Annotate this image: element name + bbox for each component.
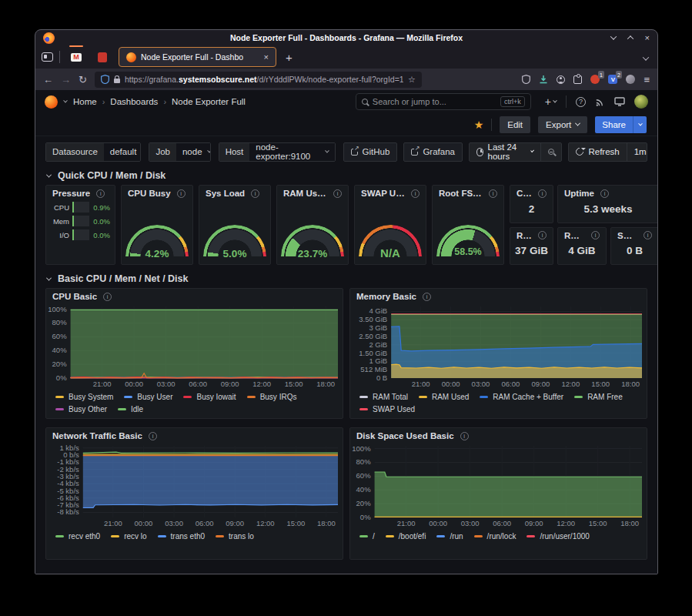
legend-item[interactable]: RAM Used	[419, 393, 469, 401]
host-select[interactable]: Host node-exporter:9100	[219, 142, 336, 162]
info-icon[interactable]: i	[591, 231, 600, 239]
legend-item[interactable]: SWAP Used	[359, 405, 415, 413]
legend-item[interactable]: RAM Cache + Buffer	[480, 393, 563, 401]
info-icon[interactable]: i	[538, 189, 547, 198]
tab-close-icon[interactable]: ×	[264, 52, 269, 62]
cpu-basic-chart[interactable]: 0%20%40%60%80%100%21:0000:0003:0006:0009…	[46, 303, 343, 390]
legend-item[interactable]: RAM Free	[574, 393, 623, 401]
time-range-button[interactable]: Last 24 hours	[470, 143, 540, 161]
share-dropdown-button[interactable]	[633, 116, 647, 133]
panel-title[interactable]: CPU Basici	[46, 289, 343, 302]
info-icon[interactable]: i	[538, 231, 547, 239]
section-basic-cpu-mem-net-disk[interactable]: Basic CPU / Mem / Net / Disk	[47, 273, 647, 284]
legend-item[interactable]: Busy User	[124, 393, 172, 401]
kiosk-monitor-icon[interactable]	[614, 97, 625, 106]
back-button[interactable]: ←	[43, 74, 53, 85]
disk-space-chart[interactable]: 0%20%40%60%80%100%21:0000:0003:0006:0009…	[350, 443, 647, 529]
info-icon[interactable]: i	[411, 189, 420, 198]
info-icon[interactable]: i	[149, 432, 157, 440]
tracking-shield-icon[interactable]	[101, 75, 109, 84]
reload-button[interactable]: ↻	[79, 74, 87, 85]
favorite-star-icon[interactable]: ★	[474, 119, 484, 131]
url-text[interactable]: https://grafana.systemsobscure.net/d/rYd…	[125, 75, 403, 84]
panel-title[interactable]: Sys Loadi	[199, 186, 270, 199]
panel-title[interactable]: Pressurei	[46, 186, 115, 199]
list-all-tabs-icon[interactable]	[644, 50, 651, 64]
panel-title[interactable]: CPU Busyi	[122, 186, 192, 199]
firefox-view-icon[interactable]	[42, 52, 53, 62]
forward-button[interactable]: →	[61, 74, 71, 85]
close-window-icon[interactable]: ×	[645, 34, 650, 42]
legend-item[interactable]: RAM Total	[359, 393, 408, 401]
panel-title[interactable]: RAM Totali	[558, 228, 606, 241]
legend-item[interactable]: trans eth0	[158, 532, 205, 541]
datasource-select[interactable]: Datasource default	[45, 142, 141, 162]
legend-item[interactable]: /	[359, 532, 375, 541]
info-icon[interactable]: i	[96, 189, 105, 198]
extension-blue-icon[interactable]: V2	[608, 75, 617, 84]
grafana-logo-icon[interactable]	[45, 95, 58, 109]
menu-hamburger-icon[interactable]: ≡	[644, 74, 650, 85]
job-select[interactable]: Job node	[149, 142, 210, 162]
info-icon[interactable]: i	[644, 231, 652, 239]
legend-item[interactable]: /run	[436, 532, 463, 541]
breadcrumb-dashboards[interactable]: Dashboards	[110, 97, 158, 106]
pinned-tab-gmail[interactable]: M	[66, 47, 86, 67]
downloads-icon[interactable]	[539, 75, 548, 84]
legend-item[interactable]: recv lo	[111, 532, 146, 541]
new-tab-button[interactable]: +	[282, 51, 296, 64]
panel-title[interactable]: RootFS Totali	[510, 228, 553, 241]
panel-title[interactable]: RAM Usedi	[277, 186, 348, 199]
github-link-button[interactable]: GitHub	[343, 142, 398, 162]
legend-item[interactable]: recv eth0	[55, 532, 100, 541]
legend-item[interactable]: /run/lock	[474, 532, 516, 541]
legend-item[interactable]: Busy IRQs	[247, 393, 297, 401]
legend-item[interactable]: trans lo	[216, 532, 254, 541]
help-icon[interactable]: ?	[576, 97, 586, 107]
export-button[interactable]: Export	[538, 116, 587, 133]
info-icon[interactable]: i	[460, 432, 469, 440]
refresh-interval-button[interactable]: 1m	[627, 143, 647, 161]
active-tab[interactable]: Node Exporter Full - Dashbo ×	[119, 47, 276, 67]
refresh-button[interactable]: Refresh	[569, 143, 626, 161]
panel-title[interactable]: SWAP Usedi	[355, 186, 426, 199]
news-rss-icon[interactable]	[595, 97, 605, 107]
extension-red-icon[interactable]: 1	[590, 75, 600, 84]
info-icon[interactable]: i	[103, 293, 112, 301]
url-bar[interactable]: https://grafana.systemsobscure.net/d/rYd…	[95, 72, 422, 88]
minimize-icon[interactable]	[610, 33, 616, 39]
panel-title[interactable]: SWAP Totali	[611, 228, 657, 241]
info-icon[interactable]: i	[177, 189, 186, 198]
extension-gray-icon[interactable]	[626, 75, 635, 84]
panel-title[interactable]: Memory Basici	[350, 289, 647, 302]
legend-item[interactable]: /run/user/1000	[527, 532, 590, 541]
panel-title[interactable]: Network Traffic Basici	[46, 428, 343, 441]
legend-item[interactable]: Busy Iowait	[183, 393, 236, 401]
legend-item[interactable]: Busy System	[55, 393, 113, 401]
info-icon[interactable]: i	[333, 189, 342, 198]
info-icon[interactable]: i	[600, 189, 609, 198]
grafana-link-button[interactable]: Grafana	[403, 142, 463, 162]
legend-item[interactable]: Idle	[118, 405, 143, 413]
panel-title[interactable]: Uptimei	[558, 186, 657, 199]
pinned-tab-red[interactable]	[92, 47, 112, 67]
legend-item[interactable]: Busy Other	[55, 405, 107, 413]
section-quick-cpu-mem-disk[interactable]: Quick CPU / Mem / Disk	[47, 170, 647, 181]
edit-button[interactable]: Edit	[500, 116, 530, 133]
info-icon[interactable]: i	[489, 189, 497, 198]
lock-icon[interactable]	[114, 79, 120, 83]
share-button[interactable]: Share	[595, 116, 633, 133]
panel-title[interactable]: Root FS Usedi	[433, 186, 503, 199]
account-icon[interactable]	[557, 75, 565, 84]
zoom-out-button[interactable]	[540, 143, 561, 161]
org-chevron-icon[interactable]	[63, 99, 68, 103]
user-avatar[interactable]	[634, 95, 648, 109]
network-traffic-chart[interactable]: 1 kb/s0 b/s-1 kb/s-2 kb/s-3 kb/s-4 kb/s-…	[46, 443, 343, 529]
pocket-shield-icon[interactable]	[522, 75, 530, 84]
info-icon[interactable]: i	[251, 189, 259, 198]
legend-item[interactable]: /boot/efi	[386, 532, 426, 541]
extensions-puzzle-icon[interactable]	[573, 75, 582, 84]
search-input[interactable]: Search or jump to... ctrl+k	[356, 93, 531, 110]
panel-title[interactable]: CPU Coresi	[510, 186, 553, 199]
memory-basic-chart[interactable]: 0 B512 MiB1 GiB1.50 GiB2 GiB2.50 GiB3 Gi…	[350, 303, 647, 390]
